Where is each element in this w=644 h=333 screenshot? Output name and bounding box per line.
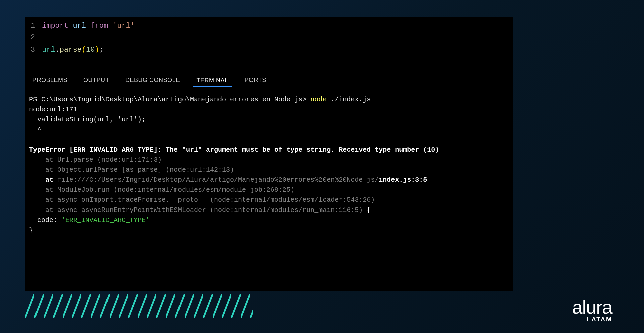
code-editor[interactable]: 1 import url from 'url' 2 3 url.parse(10… bbox=[25, 17, 513, 60]
code-content: url.parse(10); bbox=[41, 44, 513, 56]
code-line-3[interactable]: 3 url.parse(10); bbox=[25, 44, 513, 56]
tab-ports[interactable]: PORTS bbox=[241, 75, 270, 87]
tab-problems[interactable]: PROBLEMS bbox=[29, 75, 71, 87]
terminal-stack-line: at Object.urlParse [as parse] (node:url:… bbox=[29, 166, 234, 174]
svg-rect-1 bbox=[25, 294, 253, 318]
terminal-command: node bbox=[310, 96, 331, 103]
tab-debug-console[interactable]: DEBUG CONSOLE bbox=[122, 75, 184, 87]
terminal-stack-line: at ModuleJob.run (node:internal/modules/… bbox=[29, 186, 294, 194]
terminal-code-label: code: bbox=[29, 216, 61, 224]
decorative-hatch bbox=[25, 294, 253, 318]
terminal-stack-path: file:///C:/Users/Ingrid/Desktop/Alura/ar… bbox=[57, 176, 379, 184]
panel-tabs: PROBLEMS OUTPUT DEBUG CONSOLE TERMINAL P… bbox=[25, 70, 513, 91]
brand-name: alura bbox=[572, 298, 612, 317]
tab-terminal[interactable]: TERMINAL bbox=[193, 75, 232, 87]
code-line-1[interactable]: 1 import url from 'url' bbox=[25, 20, 513, 32]
terminal-code-value: 'ERR_INVALID_ARG_TYPE' bbox=[61, 216, 150, 224]
terminal-line: node:url:171 bbox=[29, 106, 77, 113]
line-number: 2 bbox=[25, 32, 42, 44]
editor-window: 1 import url from 'url' 2 3 url.parse(10… bbox=[25, 17, 513, 291]
code-content: import url from 'url' bbox=[42, 20, 513, 32]
tab-output[interactable]: OUTPUT bbox=[80, 75, 113, 87]
terminal-close-brace: } bbox=[29, 226, 33, 234]
terminal-stack-at: at bbox=[29, 176, 57, 184]
brand-logo: alura LATAM bbox=[572, 298, 612, 323]
code-line-2[interactable]: 2 bbox=[25, 32, 513, 44]
terminal-error-head: TypeError [ERR_INVALID_ARG_TYPE]: The "u… bbox=[29, 146, 439, 154]
terminal-stack-file: index.js:3:5 bbox=[379, 176, 427, 184]
terminal-output[interactable]: PS C:\Users\Ingrid\Desktop\Alura\artigo\… bbox=[25, 91, 513, 239]
terminal-stack-line: at Url.parse (node:url:171:3) bbox=[29, 156, 162, 164]
terminal-prompt: PS C:\Users\Ingrid\Desktop\Alura\artigo\… bbox=[29, 96, 310, 103]
terminal-line: ^ bbox=[29, 126, 41, 134]
terminal-stack-line: at async asyncRunEntryPointWithESMLoader… bbox=[29, 206, 367, 214]
terminal-command-arg: ./index.js bbox=[331, 96, 371, 103]
terminal-stack-line: at async onImport.tracePromise.__proto__… bbox=[29, 196, 375, 204]
line-number: 1 bbox=[25, 20, 42, 32]
terminal-line: validateString(url, 'url'); bbox=[29, 116, 146, 123]
line-number: 3 bbox=[25, 44, 42, 56]
